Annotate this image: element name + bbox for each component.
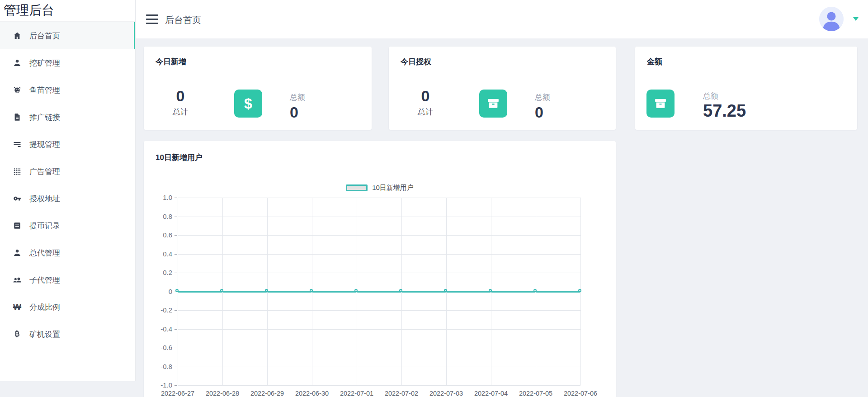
stat-count-label: 总计 [410,107,441,117]
x-axis-label: 2022-06-30 [290,390,334,397]
stat-count-value: 0 [165,88,196,104]
sidebar-item-withdraw[interactable]: 提现管理 [0,131,135,158]
y-axis-tick [175,385,177,386]
person-icon [13,58,22,67]
y-axis-label: -0.6 [151,344,172,351]
chart-data-point [578,289,581,292]
key-icon [13,194,22,203]
x-axis-label: 2022-06-29 [245,390,289,397]
y-axis-label: 0 [151,288,172,295]
stat-total-label: 总额 [703,91,746,101]
chart-data-point [175,289,179,292]
chart-line-segment [222,291,267,293]
legend-marker [346,184,368,191]
y-axis-label: 0.8 [151,213,172,220]
y-axis-tick [175,348,177,348]
chart-data-point [399,289,402,292]
sidebar-item-mining[interactable]: 挖矿管理 [0,49,135,76]
sidebar-item-label: 子代管理 [29,275,60,285]
x-axis-label: 2022-07-05 [514,390,557,397]
sidebar-item-coin-records[interactable]: 提币记录 [0,212,135,239]
hamburger-menu-icon[interactable] [146,14,159,24]
sidebar-item-share-ratio[interactable]: ₩分成比例 [0,293,135,321]
y-axis-tick [175,198,177,198]
chart-plot: 1.00.80.60.40.20-0.2-0.4-0.6-0.8-1.02022… [178,198,580,385]
stat-card-today-auth: 今日授权 0 总计 总额 0 [389,47,616,130]
cow-icon [13,85,22,95]
sidebar-item-general-agent[interactable]: 总代管理 [0,239,135,266]
gridline-horizontal [178,367,580,367]
chart-line-segment [446,291,491,293]
stat-total-label: 总额 [535,92,550,103]
stat-total-value: 0 [535,104,550,121]
gridline-horizontal [178,348,580,348]
stat-total-label: 总额 [290,92,305,103]
record-icon [13,221,22,230]
sidebar-item-fry[interactable]: 鱼苗管理 [0,76,135,104]
stat-card-title: 今日授权 [401,57,431,67]
stat-total-group: 总额 57.25 [703,91,746,119]
gridline-horizontal [178,310,580,311]
gridline-horizontal [178,198,580,198]
y-axis-label: -1.0 [151,381,172,389]
chart-data-point [220,289,223,292]
sidebar-item-ads[interactable]: 广告管理 [0,158,135,185]
bitcoin-icon [13,330,22,339]
legend-label: 10日新增用户 [372,184,414,192]
y-axis-tick [175,367,177,367]
dollar-icon: $ [234,90,262,118]
chart-data-point [265,289,268,292]
sidebar-item-label: 鱼苗管理 [29,85,60,95]
x-axis-label: 2022-07-01 [335,390,378,397]
gridline-horizontal [178,235,580,236]
x-axis-label: 2022-06-27 [156,390,199,397]
topbar: 后台首页 [136,0,868,38]
chart-data-point [444,289,447,292]
y-axis-tick [175,217,177,217]
stat-count-group: 0 总计 [410,88,441,117]
gridline-horizontal [178,329,580,330]
stat-total-value: 57.25 [703,102,746,119]
sidebar-item-sub-agent[interactable]: 子代管理 [0,266,135,293]
x-axis-label: 2022-06-28 [201,390,244,397]
sidebar: 管理后台 后台首页挖矿管理鱼苗管理推广链接提现管理广告管理授权地址提币记录总代管… [0,0,136,381]
y-axis-label: -0.2 [151,306,172,314]
breadcrumb: 后台首页 [165,14,201,26]
chart-legend[interactable]: 10日新增用户 [144,184,616,192]
sidebar-item-label: 矿机设置 [29,329,60,340]
chart-title: 10日新增用户 [156,152,203,163]
y-axis-label: 0.4 [151,250,172,258]
x-axis-label: 2022-07-03 [425,390,468,397]
won-icon: ₩ [13,302,22,312]
stat-count-value: 0 [410,88,441,104]
chart-data-point [354,289,358,292]
sidebar-item-label: 总代管理 [29,248,60,258]
box-icon [479,90,507,118]
home-icon [13,31,22,40]
gridline-horizontal [178,385,580,386]
sidebar-item-home[interactable]: 后台首页 [0,22,135,49]
chart-line-segment [491,291,536,293]
y-axis-label: 0.2 [151,269,172,276]
sidebar-item-auth-address[interactable]: 授权地址 [0,185,135,212]
stat-card-today-new: 今日新增 0 总计 $ 总额 0 [144,47,372,130]
y-axis-tick [175,273,177,273]
stat-card-title: 今日新增 [156,57,186,67]
y-axis-tick [175,329,177,330]
user-avatar[interactable] [819,7,844,31]
stat-total-group: 总额 0 [290,92,305,121]
chart-line-segment [357,291,401,293]
stat-total-value: 0 [290,104,305,121]
x-axis-label: 2022-07-04 [469,390,513,397]
y-axis-tick [175,254,177,255]
chevron-down-icon[interactable] [853,17,859,21]
sidebar-item-miner-settings[interactable]: 矿机设置 [0,321,135,348]
sidebar-item-promotion-link[interactable]: 推广链接 [0,104,135,131]
sidebar-item-label: 广告管理 [29,166,60,177]
brand-title: 管理后台 [0,0,135,22]
chart-line-segment [178,291,222,293]
sidebar-item-label: 授权地址 [29,194,60,204]
dots-grid-icon [13,167,22,176]
stat-card-title: 金额 [647,57,662,67]
chart-data-point [533,289,537,292]
